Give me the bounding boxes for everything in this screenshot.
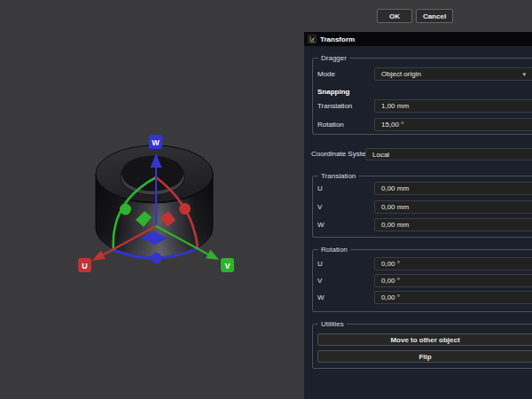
gizmo-label-w-text: W bbox=[152, 138, 160, 147]
snapping-heading: Snapping bbox=[317, 86, 349, 98]
coordinate-system-dropdown[interactable]: Local bbox=[365, 148, 532, 160]
rotation-v-label: V bbox=[317, 274, 322, 287]
transform-icon bbox=[308, 35, 317, 43]
torus-hole-shadow bbox=[121, 156, 184, 192]
translation-u-input[interactable]: 0,00 mm bbox=[374, 182, 532, 195]
snapping-translation-label: Translation bbox=[317, 99, 352, 113]
panel-title: Transform bbox=[320, 35, 355, 43]
translation-w-value: 0,00 mm bbox=[381, 221, 409, 229]
coordinate-system-value: Local bbox=[372, 151, 389, 159]
rotation-v-value: 0,00 ° bbox=[381, 277, 400, 285]
snapping-rotation-input[interactable]: 15,00 ° bbox=[374, 118, 532, 131]
translation-w-input[interactable]: 0,00 mm bbox=[374, 218, 532, 231]
flip-button[interactable]: Flip bbox=[317, 350, 532, 363]
translation-u-value: 0,00 mm bbox=[381, 184, 409, 192]
gizmo-label-u[interactable]: U bbox=[78, 258, 91, 272]
move-to-other-object-button[interactable]: Move to other object bbox=[317, 333, 532, 346]
gizmo-axis-v-arrowhead[interactable] bbox=[206, 250, 219, 260]
rotation-u-label: U bbox=[317, 257, 323, 270]
translation-group-legend: Translation bbox=[318, 172, 358, 180]
snapping-rotation-value: 15,00 ° bbox=[381, 121, 403, 129]
translation-v-value: 0,00 mm bbox=[381, 203, 409, 211]
gizmo-label-u-text: U bbox=[82, 262, 88, 270]
app-window: W U V OK Cancel bbox=[0, 0, 532, 399]
gizmo-axis-u-arrowhead[interactable] bbox=[92, 251, 106, 262]
utilities-group-legend: Utilities bbox=[318, 320, 347, 328]
mode-value: Object origin bbox=[381, 70, 421, 78]
snapping-rotation-label: Rotation bbox=[317, 118, 344, 131]
cancel-button[interactable]: Cancel bbox=[416, 9, 453, 23]
mode-label: Mode bbox=[317, 67, 335, 81]
panel-titlebar[interactable]: Transform bbox=[304, 32, 532, 46]
ok-button[interactable]: OK bbox=[377, 9, 412, 23]
gizmo-label-v-text: V bbox=[224, 262, 230, 270]
gizmo-sphere-handle-bottom[interactable] bbox=[152, 253, 162, 263]
gizmo-sphere-handle-right[interactable] bbox=[179, 203, 191, 215]
rotation-w-value: 0,00 ° bbox=[381, 293, 400, 301]
gizmo-label-w[interactable]: W bbox=[149, 135, 162, 149]
coordinate-system-label: Coordinate System bbox=[311, 148, 372, 160]
rotation-w-label: W bbox=[317, 291, 325, 304]
mode-dropdown[interactable]: Object origin ▾ bbox=[374, 67, 532, 81]
chevron-down-icon: ▾ bbox=[522, 71, 526, 77]
translation-u-label: U bbox=[317, 182, 323, 195]
rotation-u-input[interactable]: 0,00 ° bbox=[374, 257, 532, 270]
translation-v-label: V bbox=[317, 200, 322, 214]
translation-v-input[interactable]: 0,00 mm bbox=[374, 200, 532, 214]
rotation-group-legend: Rotation bbox=[318, 246, 350, 254]
snapping-translation-input[interactable]: 1,00 mm bbox=[374, 99, 532, 113]
dragger-group-legend: Dragger bbox=[318, 54, 349, 62]
rotation-u-value: 0,00 ° bbox=[381, 260, 400, 268]
snapping-translation-value: 1,00 mm bbox=[381, 102, 409, 110]
gizmo-label-v[interactable]: V bbox=[221, 258, 234, 272]
translation-w-label: W bbox=[317, 218, 325, 231]
gizmo-sphere-handle-left[interactable] bbox=[120, 204, 131, 215]
rotation-v-input[interactable]: 0,00 ° bbox=[374, 274, 532, 287]
transform-panel: Transform Dragger Mode Object origin ▾ S… bbox=[304, 32, 532, 399]
rotation-w-input[interactable]: 0,00 ° bbox=[374, 291, 532, 304]
